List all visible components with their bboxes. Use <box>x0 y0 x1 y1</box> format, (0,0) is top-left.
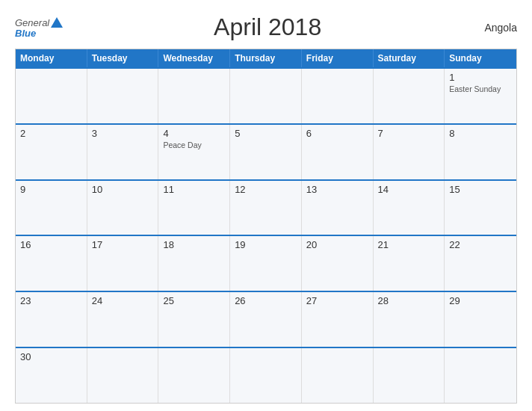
cal-cell: 19 <box>230 236 302 291</box>
cal-cell <box>230 69 302 123</box>
day-number: 6 <box>306 128 368 139</box>
day-number: 15 <box>449 184 512 195</box>
calendar-body: 1Easter Sunday234Peace Day56789101112131… <box>16 67 516 403</box>
cal-cell: 5 <box>230 125 302 179</box>
day-number: 9 <box>20 184 82 195</box>
cal-header-cell-wednesday: Wednesday <box>158 49 230 67</box>
event-label: Easter Sunday <box>449 84 512 93</box>
country-label: Angola <box>472 22 517 34</box>
cal-row-5: 30 <box>16 347 516 403</box>
day-number: 3 <box>92 128 154 139</box>
cal-cell <box>87 348 159 403</box>
day-number: 13 <box>306 184 368 195</box>
cal-cell: 14 <box>374 181 445 235</box>
cal-cell: 1Easter Sunday <box>445 69 516 123</box>
day-number: 4 <box>163 128 225 139</box>
day-number: 22 <box>449 239 512 250</box>
cal-cell <box>158 69 230 123</box>
cal-cell: 10 <box>87 181 159 235</box>
cal-cell <box>87 69 159 123</box>
day-number: 17 <box>92 239 154 250</box>
cal-cell: 9 <box>16 181 87 235</box>
cal-cell <box>374 348 445 403</box>
cal-cell: 4Peace Day <box>158 125 230 179</box>
day-number: 30 <box>20 351 82 362</box>
cal-row-0: 1Easter Sunday <box>16 67 516 123</box>
cal-cell <box>16 69 87 123</box>
cal-header-cell-monday: Monday <box>16 49 87 67</box>
cal-cell: 27 <box>302 292 374 347</box>
day-number: 21 <box>378 239 440 250</box>
logo: General Blue <box>15 17 63 38</box>
cal-cell: 23 <box>16 292 87 347</box>
cal-row-2: 9101112131415 <box>16 179 516 235</box>
day-number: 18 <box>163 239 225 250</box>
cal-row-1: 234Peace Day5678 <box>16 123 516 179</box>
cal-cell: 25 <box>158 292 230 347</box>
day-number: 14 <box>378 184 440 195</box>
page: General Blue April 2018 Angola MondayTue… <box>0 0 532 411</box>
cal-cell: 17 <box>87 236 159 291</box>
header: General Blue April 2018 Angola <box>15 13 517 41</box>
day-number: 29 <box>449 295 512 306</box>
cal-cell: 29 <box>445 292 516 347</box>
cal-row-3: 16171819202122 <box>16 235 516 291</box>
cal-cell: 26 <box>230 292 302 347</box>
cal-header-cell-sunday: Sunday <box>445 49 516 67</box>
day-number: 26 <box>235 295 297 306</box>
cal-cell: 24 <box>87 292 159 347</box>
cal-cell: 11 <box>158 181 230 235</box>
day-number: 24 <box>92 295 154 306</box>
cal-header-cell-saturday: Saturday <box>374 49 445 67</box>
cal-cell: 22 <box>445 236 516 291</box>
cal-cell <box>158 348 230 403</box>
day-number: 27 <box>306 295 368 306</box>
day-number: 23 <box>20 295 82 306</box>
event-label: Peace Day <box>163 140 225 149</box>
cal-header-cell-thursday: Thursday <box>230 49 302 67</box>
day-number: 10 <box>92 184 154 195</box>
cal-cell <box>374 69 445 123</box>
day-number: 11 <box>163 184 225 195</box>
cal-cell: 8 <box>445 125 516 179</box>
cal-cell: 3 <box>87 125 159 179</box>
cal-cell: 30 <box>16 348 87 403</box>
cal-cell: 7 <box>374 125 445 179</box>
day-number: 1 <box>449 72 512 83</box>
logo-general-text: General <box>15 18 49 28</box>
day-number: 2 <box>20 128 82 139</box>
logo-blue-text: Blue <box>15 28 36 38</box>
day-number: 28 <box>378 295 440 306</box>
day-number: 25 <box>163 295 225 306</box>
cal-cell: 21 <box>374 236 445 291</box>
cal-cell: 12 <box>230 181 302 235</box>
day-number: 7 <box>378 128 440 139</box>
month-title: April 2018 <box>63 13 472 41</box>
cal-cell <box>445 348 516 403</box>
logo-triangle-icon <box>51 17 63 28</box>
day-number: 16 <box>20 239 82 250</box>
cal-cell: 13 <box>302 181 374 235</box>
calendar: MondayTuesdayWednesdayThursdayFridaySatu… <box>15 49 517 404</box>
day-number: 5 <box>235 128 297 139</box>
cal-cell <box>230 348 302 403</box>
day-number: 19 <box>235 239 297 250</box>
cal-cell: 20 <box>302 236 374 291</box>
cal-cell: 18 <box>158 236 230 291</box>
cal-cell: 28 <box>374 292 445 347</box>
cal-cell <box>302 348 374 403</box>
cal-header-cell-tuesday: Tuesday <box>87 49 159 67</box>
day-number: 12 <box>235 184 297 195</box>
cal-row-4: 23242526272829 <box>16 291 516 347</box>
calendar-header: MondayTuesdayWednesdayThursdayFridaySatu… <box>16 49 516 67</box>
day-number: 20 <box>306 239 368 250</box>
cal-cell: 6 <box>302 125 374 179</box>
cal-cell: 15 <box>445 181 516 235</box>
cal-header-cell-friday: Friday <box>302 49 374 67</box>
cal-cell <box>302 69 374 123</box>
cal-cell: 16 <box>16 236 87 291</box>
cal-cell: 2 <box>16 125 87 179</box>
day-number: 8 <box>449 128 512 139</box>
